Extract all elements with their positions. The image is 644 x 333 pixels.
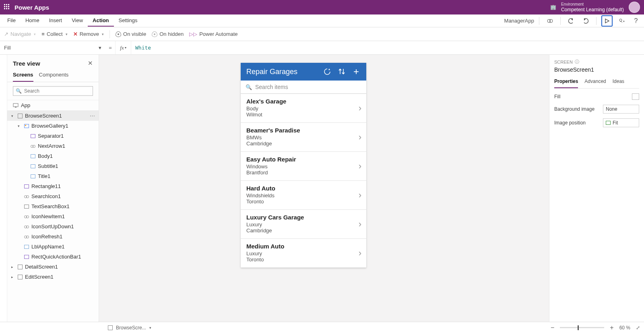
zoom-slider[interactable] [560,327,604,328]
formula-value[interactable]: White [131,45,644,51]
on-hidden-action[interactable]: On hidden [152,31,184,37]
tree-node[interactable]: IconRefresh1 [7,232,99,242]
tree-node[interactable]: IconSortUpDown1 [7,221,99,232]
environment-block[interactable]: Environment Competent Learning (default) [561,2,624,12]
tree-node[interactable]: Subtitle1 [7,161,99,171]
formula-bar: Fill ▾ = fx▾ White [0,41,644,55]
tab-components[interactable]: Components [39,69,69,82]
image-position-dropdown[interactable]: Fit [603,118,639,127]
gallery-item[interactable]: Medium AutoLuxuryToronto› [241,239,366,268]
tree-node-app[interactable]: App [7,100,99,111]
menu-insert[interactable]: Insert [44,15,67,27]
info-icon[interactable]: ⓘ [575,59,579,65]
share-icon[interactable] [616,15,627,27]
zoom-in-icon[interactable]: + [610,324,613,331]
selected-screen-name: BrowseScreen1 [554,66,639,73]
control-icon [31,144,35,148]
tree-node[interactable]: IconNewItem1 [7,211,99,221]
control-icon [24,184,29,188]
item-title: Alex's Garage [246,98,361,105]
left-rail[interactable] [0,55,7,322]
chevron-right-icon[interactable]: › [359,161,361,172]
tab-advanced[interactable]: Advanced [584,77,606,88]
tree-node[interactable]: TextSearchBox1 [7,201,99,211]
tree-node[interactable]: RectQuickActionBar1 [7,252,99,262]
zoom-out-icon[interactable]: − [551,324,554,331]
tree-search-input[interactable] [24,88,90,94]
fx-button[interactable]: fx▾ [115,41,131,54]
fit-icon [606,121,611,125]
tree-node[interactable]: Title1 [7,171,99,181]
chevron-right-icon[interactable]: › [359,190,361,201]
gallery-item[interactable]: Luxury Cars GarageLuxuryCambridge› [241,210,366,239]
menu-view[interactable]: View [67,15,88,27]
property-selector[interactable]: Fill ▾ [0,45,105,51]
expand-icon[interactable]: ▸ [11,265,15,269]
item-subtitle1: Luxury [246,221,361,228]
gallery-item[interactable]: Easy Auto RepairWindowsBrantford› [241,152,366,181]
on-visible-action[interactable]: On visible [116,31,146,37]
user-avatar[interactable] [629,2,640,13]
phone-preview: Repair Garages + 🔍 Search items Alex's G… [241,63,366,268]
tree-node-browsegallery1[interactable]: ▾ BrowseGallery1 [7,121,99,131]
expand-icon[interactable]: ▾ [18,124,22,128]
tree-node[interactable]: Separator1 [7,131,99,141]
app-launcher-icon[interactable] [4,4,10,10]
chevron-right-icon[interactable]: › [359,132,361,143]
power-automate-action[interactable]: ▷▷Power Automate [189,31,237,37]
canvas-area[interactable]: Repair Garages + 🔍 Search items Alex's G… [99,55,549,322]
gallery-item[interactable]: Beamer's ParadiseBMWsCambridge› [241,123,366,152]
collect-action[interactable]: ≡Collect▾ [41,31,67,37]
help-icon[interactable]: ? [630,15,642,27]
sort-icon[interactable] [337,67,346,76]
remove-action[interactable]: ✕Remove▾ [73,31,104,37]
tree-search[interactable]: 🔍 [13,86,93,96]
tree-node-editscreen1[interactable]: ▸ EditScreen1 [7,272,99,282]
chevron-right-icon[interactable]: › [359,103,361,114]
more-icon[interactable]: ⋯ [90,113,95,119]
close-icon[interactable]: ✕ [88,60,93,67]
fill-color-swatch[interactable] [632,93,639,100]
tree-node-detailscreen1[interactable]: ▸ DetailScreen1 [7,262,99,272]
item-subtitle1: Windshields [246,192,361,199]
tree-node[interactable]: NextArrow1 [7,141,99,151]
menu-home[interactable]: Home [21,15,44,27]
chevron-right-icon[interactable]: › [359,248,361,259]
menu-settings[interactable]: Settings [114,15,142,27]
preview-searchbar[interactable]: 🔍 Search items [241,81,366,94]
item-subtitle1: BMWs [246,134,361,141]
eye-icon [116,31,121,37]
tree-panel: Tree view ✕ Screens Components 🔍 App ▾ B… [7,55,99,322]
play-icon[interactable] [601,15,613,27]
menu-file[interactable]: File [2,15,21,27]
add-icon[interactable]: + [352,67,361,76]
gallery-item[interactable]: Alex's GarageBodyWilmot› [241,94,366,123]
app-checker-icon[interactable] [544,15,555,27]
tree-node[interactable]: Rectangle11 [7,181,99,191]
tree-node[interactable]: Body1 [7,151,99,161]
search-icon: 🔍 [246,84,252,90]
property-name: Fill [4,45,11,51]
fit-to-window-icon[interactable]: ⤢ [636,325,640,331]
gallery-item[interactable]: Hard AutoWindshieldsToronto› [241,181,366,210]
tree-node-browsescreen1[interactable]: ▾ BrowseScreen1 ⋯ [7,111,99,121]
undo-icon[interactable] [566,15,577,27]
tab-properties[interactable]: Properties [554,77,578,88]
tree-node[interactable]: SearchIcon1 [7,191,99,201]
expand-icon[interactable]: ▾ [11,114,15,118]
chevron-down-icon[interactable]: ▾ [149,326,151,330]
tab-screens[interactable]: Screens [13,69,33,82]
menu-action[interactable]: Action [88,15,114,27]
status-screen-name[interactable]: BrowseScre... [116,325,146,331]
status-bar: BrowseScre... ▾ − + 60 % ⤢ [0,322,644,333]
navigate-action[interactable]: ↗Navigate▾ [4,31,36,37]
properties-tabs: Properties Advanced Ideas [554,77,639,89]
screen-section-label: SCREENⓘ [554,59,639,65]
refresh-icon[interactable] [323,67,332,76]
bg-image-dropdown[interactable]: None [603,105,639,114]
redo-icon[interactable] [580,15,591,27]
expand-icon[interactable]: ▸ [11,275,15,279]
chevron-right-icon[interactable]: › [359,219,361,230]
tree-node[interactable]: LblAppName1 [7,242,99,252]
tab-ideas[interactable]: Ideas [613,77,624,88]
